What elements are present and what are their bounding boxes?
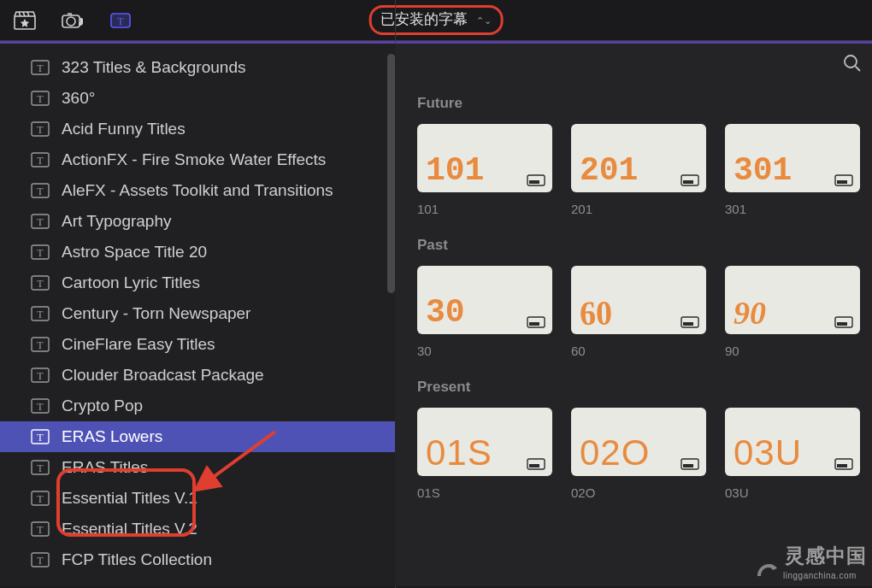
search-icon[interactable] [843, 54, 862, 75]
svg-rect-45 [683, 180, 693, 184]
sidebar-item-label: Cartoon Lyric Titles [62, 273, 200, 292]
sidebar-item-label: Essential Titles V.2 [62, 520, 197, 538]
dropdown-label: 已安装的字幕 [380, 11, 468, 27]
sidebar-item-label: ActionFX - Fire Smoke Water Effects [62, 150, 326, 169]
camera-music-icon[interactable] [58, 9, 87, 32]
preset-label: 01S [417, 485, 552, 500]
preset-thumb-text: 60 [580, 296, 613, 331]
sidebar-item[interactable]: T Astro Space Title 20 [0, 237, 395, 268]
svg-rect-43 [529, 180, 539, 184]
title-preset[interactable]: 60 60 [571, 266, 706, 358]
title-preset[interactable]: 101 101 [417, 124, 552, 216]
sidebar-item-label: 323 Titles & Backgrounds [62, 58, 245, 77]
watermark-text: 灵感中国 [785, 544, 867, 567]
sidebar-item-label: Essential Titles V.1 [62, 489, 197, 508]
sidebar-item[interactable]: T 323 Titles & Backgrounds [0, 52, 395, 83]
title-category-icon: T [31, 460, 50, 475]
sidebar-item-label: AleFX - Assets Toolkit and Transitions [62, 181, 333, 200]
sidebar-item-label: Art Typography [62, 212, 172, 231]
title-category-icon: T [31, 429, 50, 444]
titles-icon[interactable]: T [106, 9, 135, 32]
svg-rect-59 [837, 464, 847, 467]
sidebar-item[interactable]: T Clouder Broadcast Package [0, 360, 395, 391]
sidebar-item[interactable]: T Art Typography [0, 206, 395, 237]
sidebar-item[interactable]: T Crypto Pop [0, 391, 395, 421]
main-area: T 323 Titles & Backgrounds T 360° T Acid… [0, 44, 872, 586]
preset-thumb-text: 90 [734, 297, 766, 329]
svg-text:T: T [37, 555, 44, 567]
titles-category-dropdown[interactable]: 已安装的字幕 ⌃⌄ [369, 5, 504, 35]
svg-text:T: T [37, 185, 44, 197]
svg-text:T: T [37, 339, 44, 351]
watermark-sub: lingganchina.com [783, 571, 857, 580]
sidebar-item[interactable]: T ERAS Lowers [0, 421, 395, 452]
preset-thumbnail: 90 [725, 266, 860, 334]
sidebar-item[interactable]: T Essential Titles V.1 [0, 483, 395, 514]
title-category-icon: T [31, 552, 50, 567]
title-preset[interactable]: 01S 01S [417, 408, 552, 500]
sidebar-item[interactable]: T Cartoon Lyric Titles [0, 268, 395, 298]
preset-thumb-text: 02O [580, 435, 650, 471]
sidebar-item-label: 360° [62, 89, 95, 108]
apply-to-timeline-icon [834, 456, 853, 470]
svg-text:T: T [37, 401, 44, 413]
sidebar-item[interactable]: T ActionFX - Fire Smoke Water Effects [0, 144, 395, 175]
title-preset[interactable]: 03U 03U [725, 408, 860, 500]
group-title: Past [417, 237, 872, 254]
svg-rect-51 [683, 322, 693, 326]
sidebar-item[interactable]: T Century - Torn Newspaper [0, 298, 395, 329]
title-category-icon: T [31, 183, 50, 198]
apply-to-timeline-icon [681, 315, 699, 328]
preset-label: 301 [725, 202, 860, 216]
svg-point-40 [845, 56, 857, 68]
title-category-icon: T [31, 491, 50, 506]
sidebar-item[interactable]: T AleFX - Assets Toolkit and Transitions [0, 175, 395, 206]
title-category-icon: T [31, 368, 50, 383]
sidebar-item-label: Clouder Broadcast Package [62, 366, 264, 385]
title-preset[interactable]: 201 201 [571, 124, 706, 216]
preset-label: 03U [725, 485, 860, 500]
sidebar-item[interactable]: T FCP Titles Collection [0, 544, 395, 575]
sidebar-item[interactable]: T 360° [0, 83, 395, 114]
sidebar-item-label: FCP Titles Collection [62, 550, 212, 569]
preset-label: 90 [725, 344, 860, 358]
title-category-icon: T [31, 337, 50, 352]
svg-rect-53 [837, 322, 847, 326]
svg-text:T: T [37, 462, 44, 474]
title-preset[interactable]: 301 301 [725, 124, 860, 216]
title-category-icon: T [31, 121, 50, 137]
clapper-star-icon[interactable] [10, 9, 39, 32]
sidebar-item-label: Astro Space Title 20 [62, 243, 207, 262]
sidebar-item[interactable]: T CineFlare Easy Titles [0, 329, 395, 360]
preset-thumbnail: 01S [417, 408, 552, 476]
preset-label: 201 [571, 202, 706, 216]
title-category-icon: T [31, 214, 50, 229]
thumbnail-grid: 30 30 60 60 90 90 [417, 266, 872, 358]
svg-text:T: T [37, 524, 44, 536]
preset-thumb-text: 30 [426, 297, 465, 329]
sidebar-item-label: Crypto Pop [62, 397, 143, 415]
title-preset[interactable]: 02O 02O [571, 408, 706, 500]
sidebar-item[interactable]: T Acid Funny Titles [0, 114, 395, 144]
sidebar-scrollbar[interactable] [387, 54, 395, 293]
svg-rect-55 [529, 464, 539, 467]
svg-line-41 [856, 66, 861, 71]
svg-text:T: T [37, 370, 44, 382]
apply-to-timeline-icon [681, 456, 699, 470]
preset-thumbnail: 02O [571, 408, 706, 476]
title-category-icon: T [31, 152, 50, 168]
sidebar-item[interactable]: T ERAS Titles [0, 452, 395, 483]
title-category-icon: T [31, 60, 50, 75]
thumbnail-grid: 01S 01S 02O 02O 03U 03U [417, 408, 872, 500]
title-preset[interactable]: 30 30 [417, 266, 552, 358]
sidebar-item-label: ERAS Titles [62, 458, 148, 477]
title-preset[interactable]: 90 90 [725, 266, 860, 358]
preset-thumb-text: 301 [734, 155, 792, 187]
apply-to-timeline-icon [834, 173, 853, 186]
title-category-icon: T [31, 91, 50, 106]
sidebar-item[interactable]: T Essential Titles V.2 [0, 514, 395, 544]
apply-to-timeline-icon [681, 173, 699, 186]
preset-thumbnail: 30 [417, 266, 552, 334]
watermark: 灵感中国 lingganchina.com [752, 543, 867, 581]
preset-label: 30 [417, 344, 552, 358]
